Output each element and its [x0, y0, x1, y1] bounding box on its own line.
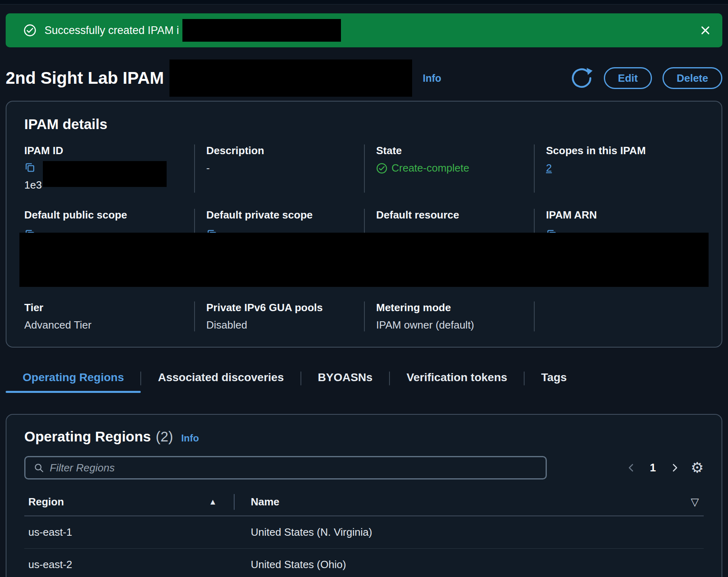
gear-icon[interactable]: ⚙: [691, 460, 704, 475]
search-icon: [34, 462, 44, 473]
regions-info-link[interactable]: Info: [181, 433, 199, 444]
default-private-scope-label: Default private scope: [206, 209, 353, 221]
tab-operating-regions[interactable]: Operating Regions: [6, 366, 141, 393]
metering-mode-value: IPAM owner (default): [376, 319, 523, 331]
filter-icon[interactable]: ▽: [691, 496, 699, 508]
next-page-icon[interactable]: [670, 463, 679, 473]
tier-value: Advanced Tier: [24, 319, 183, 331]
field-ipam-id: IPAM ID 1e3: [24, 144, 194, 193]
current-page[interactable]: 1: [650, 462, 656, 474]
redacted-ipam-id: [43, 161, 167, 187]
flash-message: Successfully created IPAM i: [44, 24, 179, 37]
page: Successfully created IPAM i 2nd Sight La…: [0, 13, 728, 577]
name-cell: United States (Ohio): [235, 549, 704, 577]
sort-ascending-icon[interactable]: ▲: [209, 497, 217, 507]
gua-pools-label: Private IPv6 GUA pools: [206, 301, 353, 314]
regions-header: Operating Regions (2) Info: [24, 429, 704, 445]
edit-button[interactable]: Edit: [604, 67, 652, 89]
column-header-region[interactable]: Region ▲: [24, 491, 235, 515]
description-label: Description: [206, 144, 353, 157]
page-header: 2nd Sight Lab IPAM Info Edit Delete: [6, 59, 722, 97]
tab-bar: Operating Regions Associated discoveries…: [6, 366, 722, 393]
tab-byoasns[interactable]: BYOASNs: [301, 366, 389, 393]
ipam-details-card: IPAM details IPAM ID 1e3 Descriptio: [6, 101, 722, 348]
field-tier: Tier Advanced Tier: [24, 301, 194, 331]
name-column-label: Name: [251, 496, 279, 508]
field-gua-pools: Private IPv6 GUA pools Disabled: [194, 301, 364, 331]
state-value: Create-complete: [376, 162, 523, 174]
header-actions: Edit Delete: [570, 66, 722, 90]
name-cell: United States (N. Virginia): [235, 516, 704, 548]
tier-label: Tier: [24, 301, 183, 314]
default-resource-label: Default resource: [376, 209, 523, 221]
filter-regions-input[interactable]: [50, 462, 538, 474]
redacted-title-text: [169, 59, 412, 97]
ipam-id-value: 1e3: [24, 162, 183, 193]
filter-regions-box: [24, 456, 547, 479]
top-nav-strip: [0, 0, 728, 4]
scopes-label: Scopes in this IPAM: [546, 144, 692, 157]
refresh-icon[interactable]: [570, 66, 593, 90]
field-scopes: Scopes in this IPAM 2: [534, 144, 704, 193]
table-row: us-east-2 United States (Ohio): [24, 549, 704, 577]
description-value: -: [206, 162, 353, 174]
field-empty: [534, 301, 704, 331]
gua-pools-value: Disabled: [206, 319, 353, 331]
field-description: Description -: [194, 144, 364, 193]
tab-associated-discoveries[interactable]: Associated discoveries: [141, 366, 301, 393]
details-card-title: IPAM details: [24, 116, 704, 132]
default-public-scope-label: Default public scope: [24, 209, 183, 221]
success-status-icon: [376, 163, 387, 174]
header-info-link[interactable]: Info: [423, 72, 441, 84]
ipam-id-label: IPAM ID: [24, 144, 183, 157]
success-check-icon: [23, 24, 36, 37]
details-row-1: IPAM ID 1e3 Description - State: [24, 144, 704, 193]
scopes-count-link[interactable]: 2: [546, 162, 552, 174]
field-state: State Create-complete: [364, 144, 534, 193]
close-icon[interactable]: [700, 25, 711, 36]
table-row: us-east-1 United States (N. Virginia): [24, 516, 704, 549]
field-metering-mode: Metering mode IPAM owner (default): [364, 301, 534, 331]
regions-card-title: Operating Regions: [24, 429, 151, 445]
region-cell: us-east-1: [24, 516, 235, 548]
page-title: 2nd Sight Lab IPAM: [6, 68, 164, 88]
delete-button[interactable]: Delete: [662, 67, 722, 89]
state-text: Create-complete: [392, 162, 469, 174]
regions-toolbar: 1 ⚙: [24, 456, 704, 479]
ipam-arn-label: IPAM ARN: [546, 209, 692, 221]
table-header-row: Region ▲ Name ▽: [24, 491, 704, 516]
regions-count: (2): [156, 429, 173, 445]
column-header-name[interactable]: Name ▽: [235, 491, 704, 515]
metering-mode-label: Metering mode: [376, 301, 523, 314]
region-column-label: Region: [28, 496, 64, 508]
state-label: State: [376, 144, 523, 157]
tab-tags[interactable]: Tags: [524, 366, 584, 393]
tab-verification-tokens[interactable]: Verification tokens: [389, 366, 524, 393]
region-cell: us-east-2: [24, 549, 235, 577]
copy-icon[interactable]: [24, 162, 36, 173]
redacted-flash-text: [182, 19, 341, 42]
regions-table: Region ▲ Name ▽ us-east-1 United States …: [24, 491, 704, 577]
redacted-scope-values: [19, 233, 709, 287]
pagination: 1: [626, 462, 679, 474]
operating-regions-card: Operating Regions (2) Info: [6, 414, 722, 577]
success-flashbar: Successfully created IPAM i: [6, 13, 722, 47]
details-row-3: Tier Advanced Tier Private IPv6 GUA pool…: [24, 301, 704, 331]
previous-page-icon[interactable]: [626, 463, 636, 473]
